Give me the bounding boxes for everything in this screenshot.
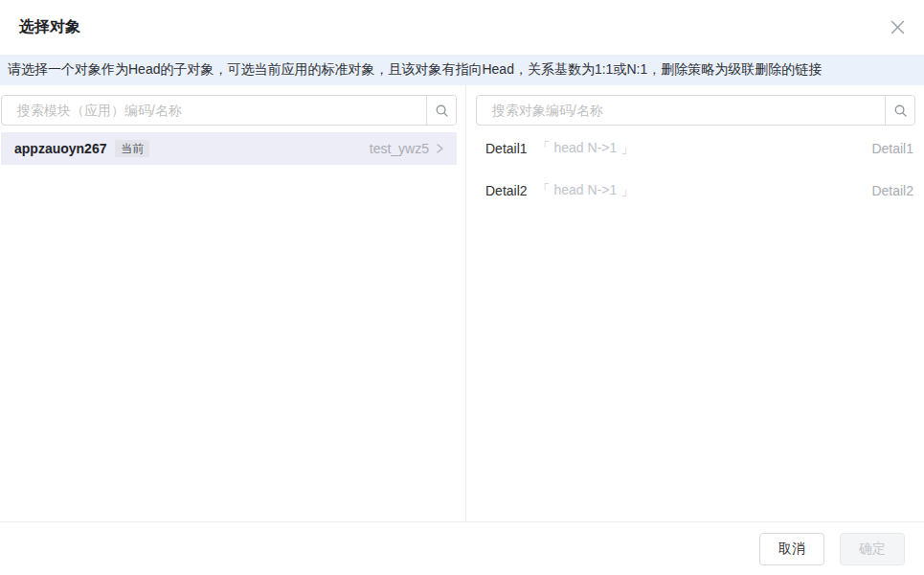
search-icon [893, 104, 908, 118]
module-search-input[interactable] [2, 96, 426, 125]
object-code: Detail1 [871, 141, 913, 156]
dialog-title: 选择对象 [19, 17, 80, 37]
object-relation: 「 head N->1 」 [537, 182, 635, 199]
close-button[interactable] [889, 19, 906, 36]
module-panel: appzauoyn267 当前 test_ywz5 [0, 85, 466, 521]
object-panel: Detail1 「 head N->1 」 Detail1 Detail2 「 … [466, 85, 924, 521]
module-meta: test_ywz5 [370, 141, 445, 156]
module-search [1, 95, 457, 126]
confirm-button[interactable]: 确定 [840, 533, 905, 565]
object-code: Detail2 [871, 183, 913, 198]
object-search-button[interactable] [885, 96, 914, 125]
object-list: Detail1 「 head N->1 」 Detail1 Detail2 「 … [476, 127, 915, 212]
object-name: Detail2 [485, 183, 528, 198]
info-banner: 请选择一个对象作为Head的子对象，可选当前应用的标准对象，且该对象有指向Hea… [0, 55, 924, 85]
module-name: appzauoyn267 [14, 141, 106, 156]
module-search-button[interactable] [426, 96, 456, 125]
module-list: appzauoyn267 当前 test_ywz5 [1, 132, 457, 165]
search-icon [435, 104, 449, 118]
module-list-item[interactable]: appzauoyn267 当前 test_ywz5 [1, 132, 457, 165]
cancel-button[interactable]: 取消 [759, 533, 824, 565]
object-search-input[interactable] [477, 96, 885, 125]
current-badge: 当前 [115, 140, 149, 157]
object-name: Detail1 [485, 141, 528, 156]
chevron-right-icon [434, 143, 445, 154]
dialog-body: appzauoyn267 当前 test_ywz5 [0, 85, 924, 521]
close-icon [890, 20, 905, 34]
dialog-footer: 取消 确定 [0, 521, 924, 575]
dialog-header: 选择对象 [0, 0, 924, 55]
object-list-item[interactable]: Detail1 「 head N->1 」 Detail1 [476, 127, 915, 170]
module-code: test_ywz5 [370, 141, 429, 156]
object-list-item[interactable]: Detail2 「 head N->1 」 Detail2 [476, 170, 915, 212]
object-relation: 「 head N->1 」 [537, 140, 635, 157]
object-search [476, 95, 915, 126]
info-banner-text: 请选择一个对象作为Head的子对象，可选当前应用的标准对象，且该对象有指向Hea… [8, 61, 822, 79]
select-object-dialog: 选择对象 请选择一个对象作为Head的子对象，可选当前应用的标准对象，且该对象有… [0, 0, 924, 575]
